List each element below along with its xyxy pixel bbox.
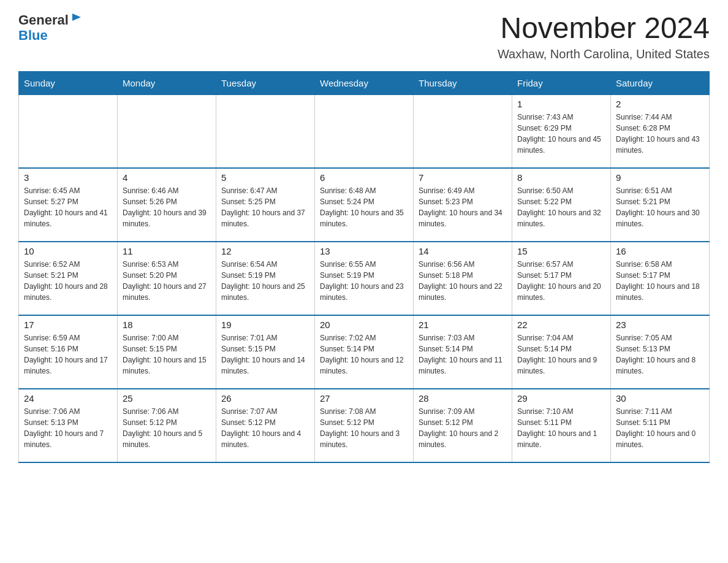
calendar-cell [414,94,512,168]
day-number: 18 [123,320,211,330]
calendar-cell: 25Sunrise: 7:06 AMSunset: 5:12 PMDayligh… [118,389,216,462]
day-number: 8 [517,172,605,183]
calendar-week-4: 17Sunrise: 6:59 AMSunset: 5:16 PMDayligh… [19,315,710,389]
calendar-cell: 16Sunrise: 6:58 AMSunset: 5:17 PMDayligh… [611,242,710,315]
header: General Blue November 2024 Waxhaw, North… [18,12,710,61]
day-number: 7 [419,172,507,183]
day-number: 30 [616,393,704,404]
calendar-cell: 23Sunrise: 7:05 AMSunset: 5:13 PMDayligh… [611,315,710,389]
day-info: Sunrise: 6:53 AMSunset: 5:20 PMDaylight:… [123,259,211,303]
day-info: Sunrise: 7:43 AMSunset: 6:29 PMDaylight:… [517,112,605,156]
calendar-cell: 19Sunrise: 7:01 AMSunset: 5:15 PMDayligh… [216,315,315,389]
calendar-cell: 8Sunrise: 6:50 AMSunset: 5:22 PMDaylight… [512,168,611,242]
calendar-cell: 28Sunrise: 7:09 AMSunset: 5:12 PMDayligh… [414,389,512,462]
calendar-week-5: 24Sunrise: 7:06 AMSunset: 5:13 PMDayligh… [19,389,710,462]
calendar-cell: 17Sunrise: 6:59 AMSunset: 5:16 PMDayligh… [19,315,118,389]
month-title: November 2024 [498,12,710,45]
calendar-cell: 20Sunrise: 7:02 AMSunset: 5:14 PMDayligh… [315,315,414,389]
col-friday: Friday [512,71,611,94]
calendar-week-3: 10Sunrise: 6:52 AMSunset: 5:21 PMDayligh… [19,242,710,315]
day-info: Sunrise: 6:47 AMSunset: 5:25 PMDaylight:… [221,185,309,229]
logo: General Blue [18,12,83,44]
day-info: Sunrise: 7:04 AMSunset: 5:14 PMDaylight:… [517,332,605,377]
calendar-cell: 2Sunrise: 7:44 AMSunset: 6:28 PMDaylight… [611,94,710,168]
calendar-cell: 9Sunrise: 6:51 AMSunset: 5:21 PMDaylight… [611,168,710,242]
day-info: Sunrise: 6:51 AMSunset: 5:21 PMDaylight:… [616,185,704,229]
svg-marker-0 [72,13,81,21]
day-number: 16 [616,246,704,256]
calendar-cell: 6Sunrise: 6:48 AMSunset: 5:24 PMDaylight… [315,168,414,242]
calendar-body: 1Sunrise: 7:43 AMSunset: 6:29 PMDaylight… [19,94,710,462]
calendar-cell: 21Sunrise: 7:03 AMSunset: 5:14 PMDayligh… [414,315,512,389]
day-number: 20 [320,320,408,330]
calendar-cell: 26Sunrise: 7:07 AMSunset: 5:12 PMDayligh… [216,389,315,462]
day-info: Sunrise: 6:50 AMSunset: 5:22 PMDaylight:… [517,185,605,229]
calendar-cell [216,94,315,168]
calendar-cell: 3Sunrise: 6:45 AMSunset: 5:27 PMDaylight… [19,168,118,242]
calendar-cell: 30Sunrise: 7:11 AMSunset: 5:11 PMDayligh… [611,389,710,462]
day-number: 28 [419,393,507,404]
day-number: 11 [123,246,211,256]
day-number: 6 [320,172,408,183]
day-number: 10 [24,246,112,256]
day-number: 19 [221,320,309,330]
day-info: Sunrise: 7:05 AMSunset: 5:13 PMDaylight:… [616,332,704,377]
day-number: 25 [123,393,211,404]
day-number: 3 [24,172,112,183]
calendar-cell: 4Sunrise: 6:46 AMSunset: 5:26 PMDaylight… [118,168,216,242]
col-thursday: Thursday [414,71,512,94]
calendar-cell [118,94,216,168]
day-number: 22 [517,320,605,330]
calendar-header: Sunday Monday Tuesday Wednesday Thursday… [19,71,710,94]
day-number: 26 [221,393,309,404]
day-number: 21 [419,320,507,330]
day-info: Sunrise: 7:09 AMSunset: 5:12 PMDaylight:… [419,406,507,450]
day-info: Sunrise: 6:52 AMSunset: 5:21 PMDaylight:… [24,259,112,303]
day-number: 9 [616,172,704,183]
col-sunday: Sunday [19,71,118,94]
day-number: 4 [123,172,211,183]
day-info: Sunrise: 6:49 AMSunset: 5:23 PMDaylight:… [419,185,507,229]
logo-flag-icon [70,12,83,26]
day-number: 29 [517,393,605,404]
day-info: Sunrise: 7:08 AMSunset: 5:12 PMDaylight:… [320,406,408,450]
day-number: 13 [320,246,408,256]
logo-blue-text: Blue [18,28,48,43]
location-subtitle: Waxhaw, North Carolina, United States [498,47,710,61]
day-number: 1 [517,99,605,109]
calendar-cell: 13Sunrise: 6:55 AMSunset: 5:19 PMDayligh… [315,242,414,315]
col-tuesday: Tuesday [216,71,315,94]
day-number: 24 [24,393,112,404]
day-info: Sunrise: 7:10 AMSunset: 5:11 PMDaylight:… [517,406,605,450]
col-saturday: Saturday [611,71,710,94]
day-number: 12 [221,246,309,256]
calendar-week-2: 3Sunrise: 6:45 AMSunset: 5:27 PMDaylight… [19,168,710,242]
day-info: Sunrise: 6:59 AMSunset: 5:16 PMDaylight:… [24,332,112,377]
calendar-cell: 15Sunrise: 6:57 AMSunset: 5:17 PMDayligh… [512,242,611,315]
calendar-cell: 22Sunrise: 7:04 AMSunset: 5:14 PMDayligh… [512,315,611,389]
day-info: Sunrise: 6:48 AMSunset: 5:24 PMDaylight:… [320,185,408,229]
day-number: 27 [320,393,408,404]
calendar-cell: 12Sunrise: 6:54 AMSunset: 5:19 PMDayligh… [216,242,315,315]
title-area: November 2024 Waxhaw, North Carolina, Un… [498,12,710,61]
day-info: Sunrise: 7:00 AMSunset: 5:15 PMDaylight:… [123,332,211,377]
day-info: Sunrise: 7:03 AMSunset: 5:14 PMDaylight:… [419,332,507,377]
day-number: 17 [24,320,112,330]
calendar-cell: 24Sunrise: 7:06 AMSunset: 5:13 PMDayligh… [19,389,118,462]
calendar-table: Sunday Monday Tuesday Wednesday Thursday… [18,71,710,464]
day-info: Sunrise: 6:46 AMSunset: 5:26 PMDaylight:… [123,185,211,229]
day-info: Sunrise: 7:01 AMSunset: 5:15 PMDaylight:… [221,332,309,377]
calendar-cell: 10Sunrise: 6:52 AMSunset: 5:21 PMDayligh… [19,242,118,315]
day-number: 23 [616,320,704,330]
logo-general-text: General [18,12,69,28]
day-info: Sunrise: 7:02 AMSunset: 5:14 PMDaylight:… [320,332,408,377]
header-row: Sunday Monday Tuesday Wednesday Thursday… [19,71,710,94]
calendar-week-1: 1Sunrise: 7:43 AMSunset: 6:29 PMDaylight… [19,94,710,168]
day-info: Sunrise: 6:45 AMSunset: 5:27 PMDaylight:… [24,185,112,229]
col-wednesday: Wednesday [315,71,414,94]
calendar-cell: 7Sunrise: 6:49 AMSunset: 5:23 PMDaylight… [414,168,512,242]
day-info: Sunrise: 7:11 AMSunset: 5:11 PMDaylight:… [616,406,704,450]
day-info: Sunrise: 6:58 AMSunset: 5:17 PMDaylight:… [616,259,704,303]
day-info: Sunrise: 6:54 AMSunset: 5:19 PMDaylight:… [221,259,309,303]
day-info: Sunrise: 7:06 AMSunset: 5:13 PMDaylight:… [24,406,112,450]
